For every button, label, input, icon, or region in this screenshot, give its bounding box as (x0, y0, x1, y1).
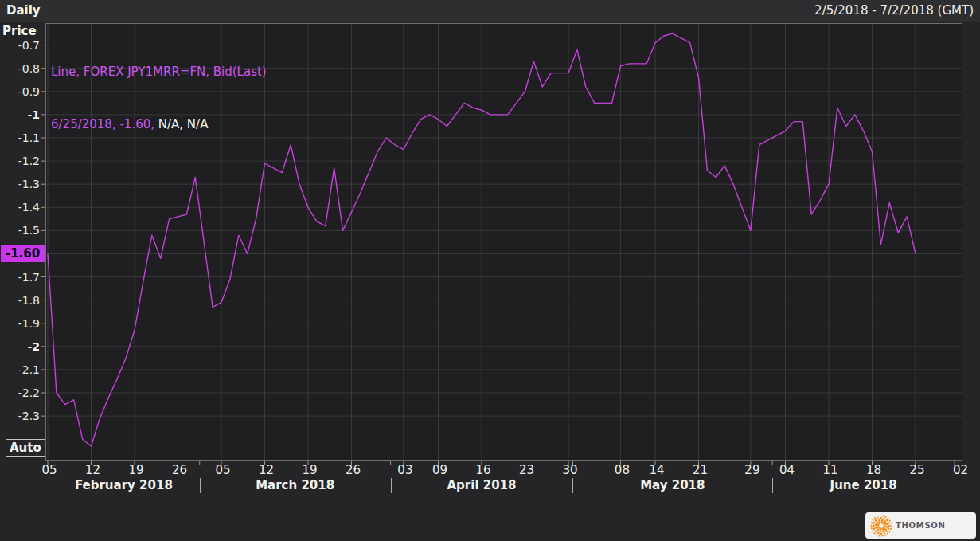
logo-dot (873, 528, 876, 531)
logo-dot (870, 524, 872, 526)
x-axis-month-label: May 2018 (605, 478, 740, 492)
x-axis-day-label: 16 (471, 463, 495, 477)
logo-dot (885, 526, 888, 528)
logo-dot (879, 535, 880, 536)
x-axis-day-label: 09 (428, 463, 452, 477)
x-axis-day-label: 19 (124, 463, 148, 477)
logo-dot (881, 519, 884, 522)
y-axis-label: -0.8 (0, 61, 40, 76)
logo-dot (884, 520, 886, 523)
month-divider (200, 478, 201, 493)
interval-selector[interactable]: Daily (6, 0, 41, 22)
x-axis-day-label: 23 (515, 463, 539, 477)
x-axis-month-label: March 2018 (228, 478, 363, 492)
logo-dot (873, 522, 876, 524)
logo-dot (873, 519, 874, 521)
x-axis-day-label: 03 (393, 463, 417, 477)
legend-point-info: 6/25/2018, -1.60, N/A, N/A (51, 116, 267, 133)
logo-dot (877, 532, 880, 535)
x-axis-day-label: 11 (818, 463, 842, 477)
logo-dot (871, 527, 873, 529)
logo-dot (873, 532, 875, 534)
logo-dot (874, 517, 876, 519)
last-price-badge: -1.60 (1, 245, 45, 262)
y-axis-label: -1.7 (0, 270, 40, 284)
chart-legend: Line, FOREX JPY1MRR=FN, Bid(Last) 6/25/2… (51, 28, 267, 168)
logo-dot (883, 523, 885, 525)
x-axis-day-label: 30 (558, 463, 582, 477)
logo-dot (885, 516, 887, 518)
logo-dot (877, 523, 879, 526)
y-axis-label: -1.4 (0, 200, 40, 214)
logo-dot (881, 535, 883, 536)
x-axis-day-label: 04 (775, 463, 799, 477)
y-axis-label: -1.9 (0, 316, 40, 331)
logo-dot (871, 522, 873, 523)
y-axis-label: -2.3 (0, 409, 40, 423)
logo-dot (877, 529, 879, 531)
logo-dot (877, 526, 880, 528)
logo-dot (872, 530, 873, 531)
logo-dot (884, 532, 886, 535)
logo-dot (882, 516, 884, 517)
x-axis-day-label: 12 (255, 463, 279, 477)
logo-dot (887, 533, 888, 535)
logo-dot (886, 519, 888, 522)
logo-dot (875, 527, 877, 529)
x-axis-day-label: 02 (949, 463, 973, 477)
y-axis-label: -1.3 (0, 177, 40, 191)
x-axis-day-label: 18 (862, 463, 886, 477)
logo-dot (880, 515, 881, 516)
auto-scale-button[interactable]: Auto (6, 439, 45, 457)
logo-dot (890, 525, 892, 527)
logo-dot (890, 523, 892, 524)
legend-series-label[interactable]: Line, FOREX JPY1MRR=FN, Bid(Last) (51, 63, 267, 80)
y-axis-label: -1.8 (0, 293, 40, 308)
logo-dot (875, 531, 877, 533)
month-divider (772, 478, 773, 493)
y-axis-label: -1.1 (0, 131, 40, 145)
x-axis-month-label: February 2018 (56, 478, 191, 492)
x-axis-day-label: 14 (645, 463, 669, 477)
month-divider (391, 478, 392, 493)
logo-dot (884, 535, 886, 536)
x-axis-day-label: 05 (211, 463, 235, 477)
x-axis-day-label: 26 (342, 463, 365, 477)
y-axis-title: Price (2, 24, 37, 38)
logo-dot (886, 531, 888, 533)
x-axis-day-label: 19 (298, 463, 322, 477)
date-range-label: 2/5/2018 - 7/2/2018 (GMT) (814, 0, 974, 22)
legend-series-text: Line, FOREX JPY1MRR=FN, Bid(Last) (51, 65, 267, 79)
y-axis-label: -2.2 (0, 386, 40, 400)
logo-dot (888, 527, 890, 530)
logo-dot (882, 530, 884, 532)
y-axis-label: -0.7 (0, 38, 40, 53)
logo-dot (888, 522, 890, 524)
logo-dot (885, 523, 888, 525)
logo-dot (883, 518, 885, 520)
thomson-reuters-sunburst-icon (869, 513, 894, 539)
logo-dot (880, 533, 883, 535)
logo-dot (877, 516, 878, 517)
logo-dot (879, 530, 881, 532)
logo-dot (878, 519, 880, 522)
x-axis-day-label: 08 (610, 463, 634, 477)
logo-dot (889, 519, 891, 521)
x-axis-day-label: 12 (81, 463, 105, 477)
logo-dot (888, 531, 890, 532)
logo-dot (880, 517, 883, 519)
thomson-reuters-logo: THOMSON REUTERS (865, 512, 976, 539)
logo-dot (875, 519, 877, 522)
y-axis-label: -1 (0, 108, 40, 122)
legend-point-rest: N/A, N/A (154, 117, 208, 131)
x-axis-day-label: 26 (168, 463, 192, 477)
y-axis-label: -2 (0, 339, 40, 354)
logo-dot (887, 518, 888, 519)
logo-dot (877, 518, 880, 520)
logo-dot (884, 528, 887, 531)
y-axis-label: -0.9 (0, 84, 40, 99)
thomson-reuters-logo-text: THOMSON REUTERS (896, 512, 976, 539)
y-axis-label: -1.5 (0, 223, 40, 237)
x-axis-day-label: 05 (37, 463, 61, 477)
y-axis-label: -1.2 (0, 154, 40, 168)
